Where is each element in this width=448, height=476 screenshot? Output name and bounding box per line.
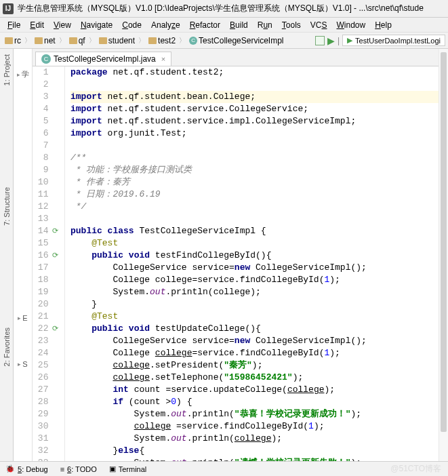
menu-edit[interactable]: Edit (25, 20, 49, 30)
main-area: 1: Project 7: Structure 2: Favorites ▸学 … (0, 49, 448, 461)
menu-help[interactable]: Help (370, 20, 396, 30)
menu-refactor[interactable]: Refactor (185, 20, 225, 30)
code-editor[interactable]: 1234567891011121314151617181920212223242… (33, 66, 448, 461)
bottom-tool-bar: 🐞5: Debug ≡6: TODO ▣Terminal @51CTO博客 (0, 461, 448, 476)
todo-tool-button[interactable]: ≡6: TODO (60, 465, 97, 473)
menu-view[interactable]: View (49, 20, 76, 30)
menu-window[interactable]: Window (331, 20, 370, 30)
expand-icon[interactable]: ▸ (18, 361, 21, 368)
app-icon: IJ (3, 3, 14, 14)
editor-area: C TestCollegeServiceImpl.java × 12345678… (33, 49, 448, 461)
run-icon[interactable]: ▶ (327, 35, 335, 46)
menu-code[interactable]: Code (117, 20, 146, 30)
expand-icon[interactable]: ▸ (17, 71, 20, 78)
code-content[interactable]: package net.qf.student.test2; import net… (65, 66, 448, 461)
chevron-right-icon: 〉 (138, 36, 145, 45)
folder-icon (99, 37, 107, 44)
menu-file[interactable]: File (3, 20, 25, 30)
folder-icon (148, 37, 157, 44)
run-test-icon[interactable]: ⟳ (52, 323, 58, 335)
editor-tabs: C TestCollegeServiceImpl.java × (33, 49, 448, 66)
menu-analyze[interactable]: Analyze (146, 20, 185, 30)
run-test-icon[interactable]: ⟳ (52, 250, 58, 262)
project-tree[interactable]: ▸学 ▸E ▸S (14, 49, 33, 461)
class-icon: C (41, 54, 51, 64)
left-tool-rail: 1: Project 7: Structure 2: Favorites (0, 49, 14, 461)
gutter-icons: ⟳⟳⟳ (51, 66, 64, 461)
breadcrumb-item[interactable]: net (33, 36, 58, 45)
chevron-right-icon: 〉 (179, 36, 186, 45)
breadcrumb-item[interactable]: test2 (146, 36, 178, 45)
list-icon: ≡ (60, 465, 64, 473)
folder-icon (69, 37, 77, 44)
menu-navigate[interactable]: Navigate (76, 20, 117, 30)
project-tool-button[interactable]: 1: Project (3, 54, 11, 85)
structure-tool-button[interactable]: 7: Structure (3, 187, 11, 226)
tab-label: TestCollegeServiceImpl.java (54, 54, 156, 64)
title-bar: IJ 学生信息管理系统（MYSQL版）V1.0 [D:\IdeaProjects… (0, 0, 448, 18)
terminal-icon: ▣ (109, 464, 116, 473)
breadcrumb-item[interactable]: CTestCollegeServiceImpl (187, 36, 285, 45)
tree-node[interactable]: ▸S (18, 360, 27, 368)
chevron-right-icon: 〉 (89, 36, 96, 45)
navigation-bar: rc 〉 net 〉 qf 〉 student 〉 test2 〉 CTestC… (0, 33, 448, 49)
menu-tools[interactable]: Tools (277, 20, 306, 30)
menu-build[interactable]: Build (225, 20, 253, 30)
expand-icon[interactable]: ▸ (18, 315, 21, 321)
window-title: 学生信息管理系统（MYSQL版）V1.0 [D:\IdeaProjects\学生… (18, 3, 424, 14)
bug-icon: 🐞 (5, 464, 15, 473)
chevron-right-icon: 〉 (59, 36, 66, 45)
tree-node[interactable]: ▸E (18, 314, 27, 322)
breadcrumb-item[interactable]: rc (3, 36, 23, 45)
config-icon[interactable] (315, 36, 325, 45)
line-numbers: 1234567891011121314151617181920212223242… (33, 66, 51, 461)
watermark: @51CTO博客 (390, 463, 441, 475)
run-test-icon[interactable]: ⟳ (52, 225, 58, 237)
gutter: 1234567891011121314151617181920212223242… (33, 66, 65, 461)
terminal-tool-button[interactable]: ▣Terminal (109, 464, 147, 473)
run-config-selector[interactable]: ▶TestUserDaoImpl.testLogi (342, 35, 445, 46)
folder-icon (5, 37, 13, 44)
menu-run[interactable]: Run (253, 20, 277, 30)
class-icon: C (189, 37, 197, 45)
scrollbar-thumb[interactable] (441, 52, 447, 432)
menu-bar: File Edit View Navigate Code Analyze Ref… (0, 18, 448, 33)
tree-node[interactable]: ▸学 (17, 69, 29, 79)
menu-vcs[interactable]: VCS (306, 20, 332, 30)
editor-tab[interactable]: C TestCollegeServiceImpl.java × (35, 52, 171, 66)
debug-tool-button[interactable]: 🐞5: Debug (5, 464, 48, 473)
folder-icon (35, 37, 43, 44)
close-icon[interactable]: × (161, 55, 165, 63)
favorites-tool-button[interactable]: 2: Favorites (3, 328, 11, 366)
chevron-right-icon: 〉 (24, 36, 31, 45)
breadcrumb-item[interactable]: qf (67, 36, 87, 45)
vertical-scrollbar[interactable] (439, 49, 448, 461)
breadcrumb-item[interactable]: student (97, 36, 137, 45)
